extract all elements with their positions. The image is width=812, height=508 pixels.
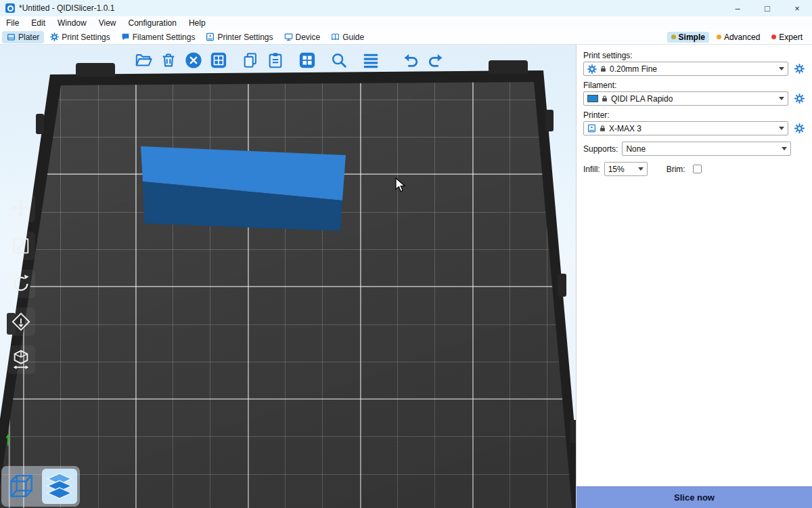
redo-button[interactable] <box>425 49 447 72</box>
mode-label: Expert <box>779 33 803 42</box>
bed-clip <box>36 114 44 134</box>
filament-gear-button[interactable] <box>792 92 806 106</box>
preview-view-button[interactable] <box>42 469 77 504</box>
printer-icon <box>206 33 215 41</box>
viewport-3d[interactable] <box>0 45 576 508</box>
tabbar: Plater Print Settings Filament Settings … <box>0 30 812 45</box>
paste-button[interactable] <box>265 49 286 72</box>
minimize-button[interactable]: – <box>723 0 752 16</box>
print-settings-label: Print settings: <box>583 51 806 60</box>
split-button[interactable] <box>296 49 318 72</box>
arrange-icon <box>210 51 227 69</box>
mode-simple[interactable]: Simple <box>667 32 709 43</box>
gear-icon <box>794 64 805 74</box>
tab-label: Plater <box>18 33 39 42</box>
tab-plater[interactable]: Plater <box>2 31 44 43</box>
printer-combo[interactable]: X-MAX 3 <box>583 121 788 135</box>
infill-combo[interactable]: 15% <box>604 162 648 176</box>
maximize-button[interactable]: □ <box>752 0 782 16</box>
plater-toolbar <box>133 47 450 73</box>
move-icon <box>11 198 31 218</box>
open-button[interactable] <box>133 49 154 72</box>
trash-icon <box>160 51 177 69</box>
settings-sidebar: Print settings: 0.20mm Fine Filament: QI… <box>576 45 812 508</box>
filament-bubble-icon <box>121 33 130 41</box>
brim-checkbox[interactable] <box>693 165 702 173</box>
print-settings-combo[interactable]: 0.20mm Fine <box>583 62 788 76</box>
menubar: File Edit Window View Configuration Help <box>0 16 812 30</box>
menu-window[interactable]: Window <box>51 18 93 28</box>
gear-icon <box>587 64 597 74</box>
menu-configuration[interactable]: Configuration <box>122 18 183 28</box>
print-bed-surface <box>0 45 576 508</box>
tab-label: Printer Settings <box>217 33 273 42</box>
infill-value: 15% <box>608 165 625 174</box>
copy-button[interactable] <box>240 49 261 72</box>
tab-print-settings[interactable]: Print Settings <box>45 31 114 43</box>
monitor-icon <box>284 33 293 41</box>
gizmo-toolbar <box>7 194 35 374</box>
chevron-down-icon <box>638 167 644 171</box>
filament-combo[interactable]: QIDI PLA Rapido <box>583 91 788 106</box>
printer-gear-button[interactable] <box>792 122 806 135</box>
filament-label: Filament: <box>583 81 806 90</box>
layers-list-icon <box>362 51 380 69</box>
tab-label: Device <box>296 33 321 42</box>
undo-button[interactable] <box>400 49 422 72</box>
bed-clip <box>570 420 576 443</box>
menu-view[interactable]: View <box>93 18 122 28</box>
menu-help[interactable]: Help <box>183 18 212 28</box>
print-settings-gear-button[interactable] <box>792 62 806 76</box>
tab-guide[interactable]: Guide <box>326 31 369 43</box>
editor-view-button[interactable] <box>4 469 39 504</box>
menu-edit[interactable]: Edit <box>25 18 51 28</box>
supports-combo[interactable]: None <box>622 142 791 156</box>
arrange-button[interactable] <box>208 49 229 72</box>
delete-all-button[interactable] <box>183 49 204 72</box>
tab-printer-settings[interactable]: Printer Settings <box>201 31 277 43</box>
mode-expert[interactable]: Expert <box>767 32 807 43</box>
print-bed <box>0 45 576 508</box>
tab-filament-settings[interactable]: Filament Settings <box>116 31 200 43</box>
supports-value: None <box>626 144 646 154</box>
tab-label: Guide <box>342 33 364 42</box>
expert-mode-dot-icon <box>771 35 776 39</box>
chevron-down-icon <box>779 127 784 130</box>
lock-icon <box>601 95 608 102</box>
plater-icon <box>7 33 16 41</box>
window-controls: – □ × <box>723 0 812 16</box>
qidislicer-window: *Untitled - QIDISlicer-1.0.1 – □ × File … <box>0 0 812 508</box>
scale-icon <box>11 236 31 256</box>
bed-clip <box>489 60 528 74</box>
close-button[interactable]: × <box>782 0 812 16</box>
move-tool-button[interactable] <box>7 194 35 222</box>
redo-icon <box>427 51 445 69</box>
layers-list-button[interactable] <box>360 49 382 72</box>
tab-label: Print Settings <box>62 33 110 42</box>
rotate-icon <box>11 274 31 294</box>
bed-clip <box>76 63 115 77</box>
layers-stack-icon <box>45 472 74 501</box>
slice-now-button[interactable]: Slice now <box>577 486 812 508</box>
bed-clip <box>545 110 554 131</box>
rotate-tool-button[interactable] <box>7 270 35 298</box>
brim-label: Brim: <box>667 165 685 174</box>
menu-file[interactable]: File <box>0 18 25 28</box>
printer-value: X-MAX 3 <box>609 124 641 133</box>
tab-device[interactable]: Device <box>279 31 325 43</box>
app-logo-icon <box>5 3 15 13</box>
chevron-down-icon <box>779 67 784 70</box>
delete-button[interactable] <box>158 49 179 72</box>
measure-tool-button[interactable] <box>7 345 35 374</box>
search-button[interactable] <box>328 49 350 72</box>
printer-label: Printer: <box>583 110 806 120</box>
split-icon <box>298 51 316 69</box>
mode-switcher: Simple Advanced Expert <box>667 32 810 43</box>
filament-value: QIDI PLA Rapido <box>611 94 673 104</box>
mode-label: Simple <box>679 33 705 42</box>
flatten-tool-button[interactable] <box>7 308 35 336</box>
filament-color-swatch <box>587 95 598 102</box>
mode-advanced[interactable]: Advanced <box>713 32 764 43</box>
infill-label: Infill: <box>583 165 600 174</box>
scale-tool-button[interactable] <box>7 232 35 260</box>
